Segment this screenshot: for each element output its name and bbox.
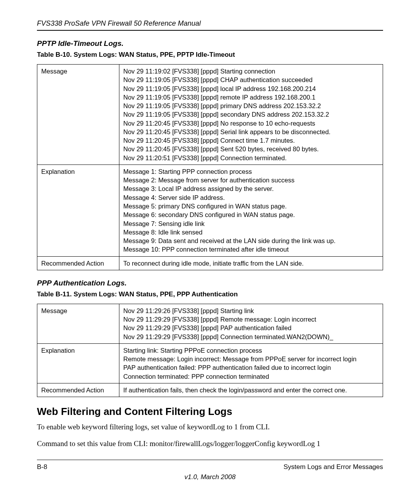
cell-value: To reconnect during idle mode, initiate … bbox=[119, 256, 383, 270]
cell-value: Starting link: Starting PPPoE connection… bbox=[119, 343, 383, 383]
heading-web-filtering: Web Filtering and Content Filtering Logs bbox=[37, 406, 383, 418]
table-row: Explanation Message 1: Starting PPP conn… bbox=[37, 164, 383, 256]
subheading-ppp-auth: PPP Authentication Logs. bbox=[37, 279, 383, 287]
cell-label: Message bbox=[37, 65, 119, 165]
subheading-pptp: PPTP Idle-Timeout Logs. bbox=[37, 39, 383, 48]
table-caption-b10: Table B-10. System Logs: WAN Status, PPE… bbox=[37, 51, 383, 59]
footer-rule bbox=[37, 460, 383, 460]
footer-section-title: System Logs and Error Messages bbox=[284, 463, 383, 471]
body-paragraph: To enable web keyword filtering logs, se… bbox=[37, 422, 383, 432]
table-row: Message Nov 29 11:29:26 [FVS338] [pppd] … bbox=[37, 304, 383, 343]
cell-value: Nov 29 11:29:26 [FVS338] [pppd] Starting… bbox=[119, 304, 383, 343]
running-header: FVS338 ProSafe VPN Firewall 50 Reference… bbox=[37, 19, 383, 28]
page-number: B-8 bbox=[37, 463, 47, 471]
footer-line: B-8 System Logs and Error Messages bbox=[37, 463, 383, 471]
table-b11: Message Nov 29 11:29:26 [FVS338] [pppd] … bbox=[37, 304, 383, 397]
table-row: Explanation Starting link: Starting PPPo… bbox=[37, 343, 383, 383]
table-b10: Message Nov 29 11:19:02 [FVS338] [pppd] … bbox=[37, 64, 383, 270]
cell-value: Message 1: Starting PPP connection proce… bbox=[119, 164, 383, 256]
page: FVS338 ProSafe VPN Firewall 50 Reference… bbox=[0, 0, 420, 497]
cell-label: Recommended Action bbox=[37, 256, 119, 270]
table-row: Recommended Action If authentication fai… bbox=[37, 383, 383, 397]
cell-label: Explanation bbox=[37, 164, 119, 256]
cell-label: Explanation bbox=[37, 343, 119, 383]
table-row: Recommended Action To reconnect during i… bbox=[37, 256, 383, 270]
body-paragraph: Command to set this value from CLI: moni… bbox=[37, 439, 383, 449]
table-caption-b11: Table B-11. System Logs: WAN Status, PPE… bbox=[37, 290, 383, 298]
cell-label: Recommended Action bbox=[37, 383, 119, 397]
cell-value: Nov 29 11:19:02 [FVS338] [pppd] Starting… bbox=[119, 65, 383, 165]
header-rule bbox=[37, 30, 383, 31]
footer-version: v1.0, March 2008 bbox=[37, 473, 383, 481]
table-row: Message Nov 29 11:19:02 [FVS338] [pppd] … bbox=[37, 65, 383, 165]
cell-value: If authentication fails, then check the … bbox=[119, 383, 383, 397]
cell-label: Message bbox=[37, 304, 119, 343]
